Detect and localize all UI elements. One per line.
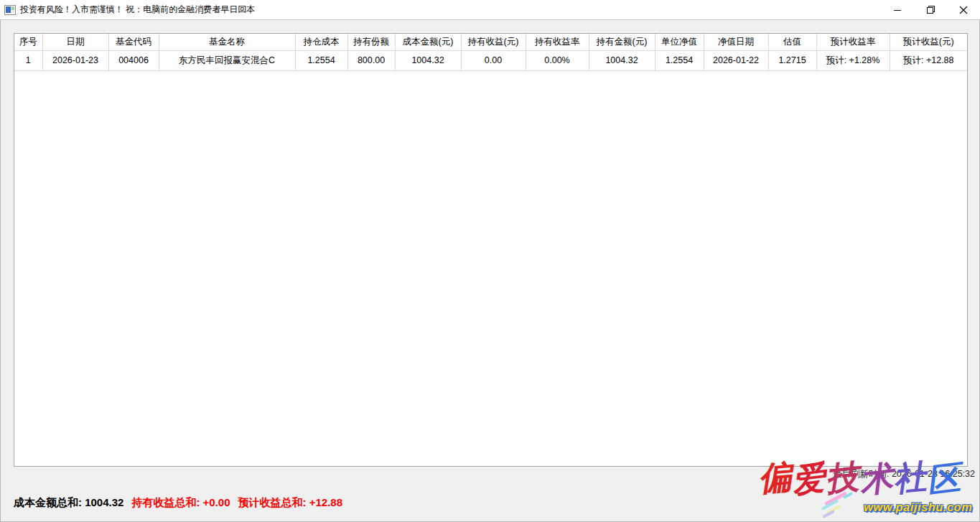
- header-cell[interactable]: 基金名称: [159, 34, 295, 50]
- cell-index: 1: [14, 50, 42, 70]
- header-cell[interactable]: 估值: [768, 34, 816, 50]
- watermark-char: 区: [925, 460, 963, 497]
- close-button[interactable]: [947, 0, 980, 19]
- cell-holding-amount: 1004.32: [589, 50, 655, 70]
- watermark-char: 社: [892, 460, 928, 495]
- fund-table-panel: 序号 日期 基金代码 基金名称 持仓成本 持有份额 成本金额(元) 持有收益(元…: [14, 33, 968, 467]
- cell-cost-amount: 1004.32: [395, 50, 461, 70]
- caption-buttons: [881, 0, 980, 19]
- cell-cost: 1.2554: [295, 50, 347, 70]
- summary-bar: 成本金额总和: 1004.32持有收益总和: +0.00预计收益总和: +12.…: [14, 496, 350, 510]
- title-bar: 投资有风险！入市需谨慎！ 祝：电脑前的金融消费者早日回本: [0, 0, 980, 20]
- header-cell[interactable]: 净值日期: [704, 34, 768, 50]
- watermark-url: www.paijishu.com: [864, 500, 972, 514]
- watermark-char: 技: [824, 460, 861, 495]
- header-cell[interactable]: 日期: [42, 34, 108, 50]
- watermark-logo: 偏 爱 技 术 社 区: [758, 461, 961, 494]
- cell-shares: 800.00: [347, 50, 395, 70]
- cell-estimate-profit: 预计: +12.88: [890, 50, 967, 70]
- fund-table: 序号 日期 基金代码 基金名称 持仓成本 持有份额 成本金额(元) 持有收益(元…: [14, 34, 967, 71]
- cell-estimate-nav: 1.2715: [768, 50, 816, 70]
- estimated-profit-total-label: 预计收益总和: +12.88: [238, 496, 342, 508]
- cell-unit-nav: 1.2554: [655, 50, 704, 70]
- app-icon: [4, 5, 16, 15]
- watermark-char: 偏: [757, 460, 793, 495]
- header-cell[interactable]: 序号: [14, 34, 42, 50]
- header-cell[interactable]: 成本金额(元): [395, 34, 461, 50]
- window-title: 投资有风险！入市需谨慎！ 祝：电脑前的金融消费者早日回本: [20, 4, 255, 16]
- close-icon: [959, 6, 968, 14]
- watermark-char: 术: [858, 460, 895, 497]
- header-cell[interactable]: 持有收益(元): [461, 34, 526, 50]
- header-cell[interactable]: 持有份额: [347, 34, 395, 50]
- window: { "window": { "title": "投资有风险！入市需谨慎！ 祝：电…: [0, 0, 980, 522]
- cell-holding-profit: 0.00: [461, 50, 526, 70]
- cell-date: 2026-01-23: [42, 50, 108, 70]
- cell-nav-date: 2026-01-22: [704, 50, 768, 70]
- cell-fund-code: 004006: [108, 50, 159, 70]
- header-cell[interactable]: 持有金额(元): [589, 34, 655, 50]
- minimize-icon: [893, 6, 902, 14]
- cell-fund-name: 东方民丰回报赢安混合C: [159, 50, 295, 70]
- restore-button[interactable]: [914, 0, 947, 19]
- header-cell[interactable]: 单位净值: [655, 34, 704, 50]
- watermark-char: 爱: [790, 460, 828, 497]
- header-cell[interactable]: 持有收益率: [526, 34, 589, 50]
- header-cell[interactable]: 基金代码: [108, 34, 159, 50]
- holding-profit-total-label: 持有收益总和: +0.00: [131, 496, 230, 508]
- table-empty-area: [14, 71, 967, 468]
- cell-estimate-rate: 预计: +1.28%: [816, 50, 890, 70]
- restore-icon: [926, 5, 935, 14]
- header-cell[interactable]: 预计收益(元): [890, 34, 967, 50]
- cost-total-label: 成本金额总和: 1004.32: [14, 496, 123, 508]
- header-cell[interactable]: 预计收益率: [816, 34, 890, 50]
- cell-holding-profit-rate: 0.00%: [526, 50, 589, 70]
- table-header-row: 序号 日期 基金代码 基金名称 持仓成本 持有份额 成本金额(元) 持有收益(元…: [14, 34, 967, 50]
- minimize-button[interactable]: [881, 0, 914, 19]
- table-row[interactable]: 1 2026-01-23 004006 东方民丰回报赢安混合C 1.2554 8…: [14, 50, 967, 70]
- header-cell[interactable]: 持仓成本: [295, 34, 347, 50]
